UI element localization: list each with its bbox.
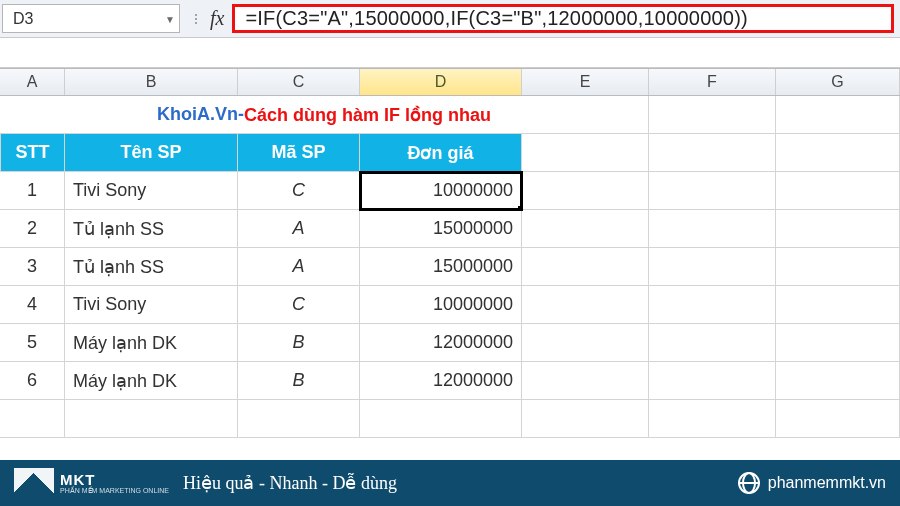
- cell[interactable]: [649, 248, 776, 286]
- cell-stt[interactable]: 6: [0, 362, 65, 400]
- col-header-F[interactable]: F: [649, 69, 776, 95]
- cell-code[interactable]: C: [238, 286, 360, 324]
- cell-stt[interactable]: 3: [0, 248, 65, 286]
- globe-icon: [738, 472, 760, 494]
- cell-price[interactable]: 15000000: [360, 248, 522, 286]
- fx-icon[interactable]: fx: [200, 7, 232, 30]
- cell[interactable]: [522, 248, 649, 286]
- cell[interactable]: [776, 172, 900, 210]
- formula-text: =IF(C3="A",15000000,IF(C3="B",12000000,1…: [245, 7, 747, 30]
- name-box[interactable]: D3 ▼: [2, 4, 180, 33]
- cell[interactable]: [522, 210, 649, 248]
- spreadsheet[interactable]: A B C D E F G KhoiA.Vn - Cách dùng hàm I…: [0, 68, 900, 438]
- cell-reference: D3: [3, 10, 33, 28]
- cell[interactable]: [0, 400, 65, 438]
- cell[interactable]: [649, 324, 776, 362]
- cell-price[interactable]: 15000000: [360, 210, 522, 248]
- th-stt[interactable]: STT: [0, 134, 65, 172]
- cell-stt[interactable]: 2: [0, 210, 65, 248]
- sheet-body[interactable]: KhoiA.Vn - Cách dùng hàm IF lồng nhau ST…: [0, 96, 900, 438]
- cell[interactable]: [360, 400, 522, 438]
- cell-code[interactable]: B: [238, 362, 360, 400]
- dropdown-icon[interactable]: ▼: [165, 13, 175, 24]
- col-header-C[interactable]: C: [238, 69, 360, 95]
- cell-code[interactable]: C: [238, 172, 360, 210]
- cell[interactable]: [649, 134, 776, 172]
- cell-name[interactable]: Tivi Sony: [65, 286, 238, 324]
- formula-input[interactable]: =IF(C3="A",15000000,IF(C3="B",12000000,1…: [232, 4, 894, 33]
- brand-name: MKT: [60, 471, 96, 488]
- cell-price[interactable]: 12000000: [360, 324, 522, 362]
- brand-logo: MKT PHẦN MỀM MARKETING ONLINE: [14, 468, 169, 498]
- cell-name[interactable]: Tivi Sony: [65, 172, 238, 210]
- cell[interactable]: [776, 362, 900, 400]
- cell-stt[interactable]: 1: [0, 172, 65, 210]
- cell[interactable]: [649, 96, 776, 134]
- formula-bar: D3 ▼ fx =IF(C3="A",15000000,IF(C3="B",12…: [0, 0, 900, 38]
- cell[interactable]: [238, 400, 360, 438]
- tagline: Hiệu quả - Nhanh - Dễ dùng: [183, 472, 738, 494]
- grip-icon: [192, 4, 200, 33]
- cell[interactable]: [649, 400, 776, 438]
- footer-bar: MKT PHẦN MỀM MARKETING ONLINE Hiệu quả -…: [0, 460, 900, 506]
- title-text: Cách dùng hàm IF lồng nhau: [244, 104, 491, 126]
- cell[interactable]: [776, 248, 900, 286]
- cell[interactable]: [649, 286, 776, 324]
- cell-code[interactable]: B: [238, 324, 360, 362]
- cell[interactable]: [649, 362, 776, 400]
- cell-code[interactable]: A: [238, 248, 360, 286]
- col-header-B[interactable]: B: [65, 69, 238, 95]
- cell-name[interactable]: Máy lạnh DK: [65, 362, 238, 400]
- cell[interactable]: [776, 286, 900, 324]
- cell-name[interactable]: Tủ lạnh SS: [65, 210, 238, 248]
- cell[interactable]: [522, 286, 649, 324]
- cell[interactable]: [649, 172, 776, 210]
- cell[interactable]: [65, 400, 238, 438]
- ribbon-gap: [0, 38, 900, 68]
- th-don-gia[interactable]: Đơn giá: [360, 134, 522, 172]
- th-ma-sp[interactable]: Mã SP: [238, 134, 360, 172]
- cell-price-selected[interactable]: 10000000: [360, 172, 522, 210]
- cell[interactable]: [649, 210, 776, 248]
- cell-stt[interactable]: 5: [0, 324, 65, 362]
- cell-name[interactable]: Tủ lạnh SS: [65, 248, 238, 286]
- cell[interactable]: [522, 172, 649, 210]
- page-title[interactable]: KhoiA.Vn - Cách dùng hàm IF lồng nhau: [0, 96, 649, 134]
- logo-icon: [14, 468, 54, 498]
- cell[interactable]: [522, 400, 649, 438]
- website-link[interactable]: phanmemmkt.vn: [738, 472, 886, 494]
- cell-price[interactable]: 12000000: [360, 362, 522, 400]
- col-header-D[interactable]: D: [360, 69, 522, 95]
- cell[interactable]: [776, 96, 900, 134]
- col-header-A[interactable]: A: [0, 69, 65, 95]
- col-header-E[interactable]: E: [522, 69, 649, 95]
- fx-group: fx: [192, 4, 232, 33]
- cell[interactable]: [776, 210, 900, 248]
- cell-price[interactable]: 10000000: [360, 286, 522, 324]
- website-text: phanmemmkt.vn: [768, 474, 886, 492]
- col-header-G[interactable]: G: [776, 69, 900, 95]
- cell-stt[interactable]: 4: [0, 286, 65, 324]
- cell[interactable]: [776, 324, 900, 362]
- cell[interactable]: [776, 400, 900, 438]
- cell[interactable]: [522, 362, 649, 400]
- cell-name[interactable]: Máy lạnh DK: [65, 324, 238, 362]
- cell-code[interactable]: A: [238, 210, 360, 248]
- cell[interactable]: [776, 134, 900, 172]
- column-headers: A B C D E F G: [0, 68, 900, 96]
- brand-sub: PHẦN MỀM MARKETING ONLINE: [60, 487, 169, 495]
- cell[interactable]: [522, 134, 649, 172]
- title-brand: KhoiA.Vn: [157, 104, 238, 125]
- th-ten-sp[interactable]: Tên SP: [65, 134, 238, 172]
- cell[interactable]: [522, 324, 649, 362]
